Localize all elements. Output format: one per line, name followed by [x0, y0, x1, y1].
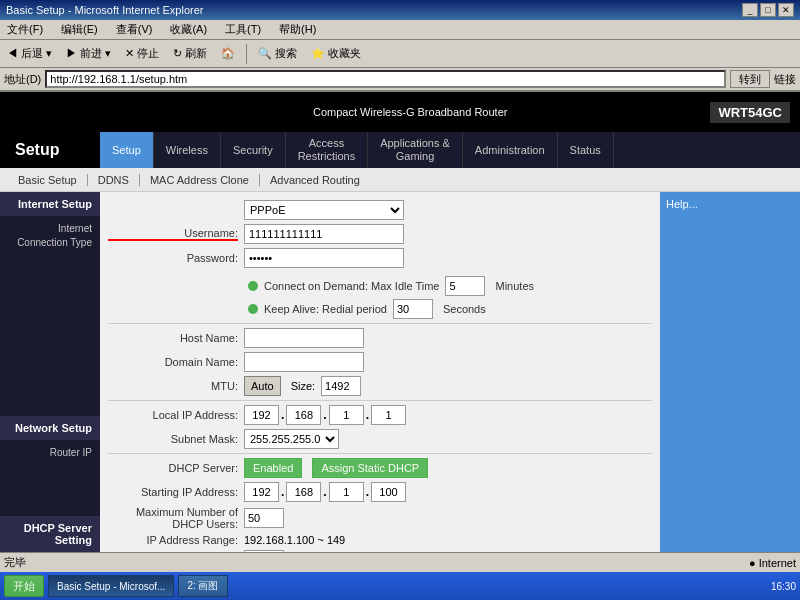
domain-name-label: Domain Name: [108, 356, 238, 368]
start-ip-3[interactable] [329, 482, 364, 502]
connect-demand-radio[interactable] [248, 281, 258, 291]
menu-favorites[interactable]: 收藏(A) [167, 21, 210, 38]
mtu-size-input[interactable] [321, 376, 361, 396]
menu-file[interactable]: 文件(F) [4, 21, 46, 38]
stop-button[interactable]: ✕ 停止 [120, 43, 164, 64]
starting-ip-inputs: . . . [244, 482, 406, 502]
home-button[interactable]: 🏠 [216, 44, 240, 63]
tab-setup[interactable]: Setup [100, 132, 154, 168]
subnet-label: Subnet Mask: [108, 433, 238, 445]
domain-name-row: Domain Name: [108, 352, 652, 372]
title-bar: Basic Setup - Microsoft Internet Explore… [0, 0, 800, 20]
local-ip-3[interactable] [329, 405, 364, 425]
taskbar-ie[interactable]: Basic Setup - Microsof... [48, 575, 174, 597]
start-ip-4[interactable] [371, 482, 406, 502]
seconds-label: Seconds [443, 303, 486, 315]
forward-button[interactable]: ▶ 前进 ▾ [61, 43, 116, 64]
main-content: PPPoE Username: Password: Conne [100, 192, 660, 552]
divider-3 [108, 453, 652, 454]
assign-static-dhcp-btn[interactable]: Assign Static DHCP [312, 458, 428, 478]
back-button[interactable]: ◀ 后退 ▾ [2, 43, 57, 64]
tab-status[interactable]: Status [558, 132, 614, 168]
browser-window: Basic Setup - Microsoft Internet Explore… [0, 0, 800, 600]
subnav-mac-address[interactable]: MAC Address Clone [140, 174, 260, 186]
subnav-advanced-routing[interactable]: Advanced Routing [260, 174, 370, 186]
clock-display: 16:30 [771, 581, 796, 592]
max-users-row: Maximum Number of DHCP Users: [108, 506, 652, 530]
address-input[interactable] [45, 70, 726, 88]
tab-applications-gaming[interactable]: Applications &Gaming [368, 132, 463, 168]
start-ip-1[interactable] [244, 482, 279, 502]
local-ip-label: Local IP Address: [108, 409, 238, 421]
go-button[interactable]: 转到 [730, 70, 770, 88]
subnet-select[interactable]: 255.255.255.0 [244, 429, 339, 449]
menu-tools[interactable]: 工具(T) [222, 21, 264, 38]
max-users-label: Maximum Number of DHCP Users: [108, 506, 238, 530]
username-label: Username: [108, 227, 238, 241]
window-controls: _ □ ✕ [742, 3, 794, 17]
refresh-button[interactable]: ↻ 刷新 [168, 43, 212, 64]
tab-security[interactable]: Security [221, 132, 286, 168]
maximize-button[interactable]: □ [760, 3, 776, 17]
help-text: Help... [666, 198, 698, 210]
menu-edit[interactable]: 编辑(E) [58, 21, 101, 38]
connect-demand-label: Connect on Demand: Max Idle Time [264, 280, 439, 292]
address-label: 地址(D) [4, 72, 41, 87]
divider-2 [108, 400, 652, 401]
dhcp-section-header: DHCP Server Setting [0, 516, 100, 552]
ip-dot-3: . [366, 408, 369, 422]
status-bar: 完毕 ● Internet [0, 552, 800, 572]
domain-name-input[interactable] [244, 352, 364, 372]
start-dot-3: . [366, 485, 369, 499]
subnav-ddns[interactable]: DDNS [88, 174, 140, 186]
left-panel: Internet Setup Internet Connection Type … [0, 192, 100, 552]
keep-alive-radio[interactable] [248, 304, 258, 314]
local-ip-1[interactable] [244, 405, 279, 425]
host-name-input[interactable] [244, 328, 364, 348]
start-button[interactable]: 开始 [4, 575, 44, 597]
menu-view[interactable]: 查看(V) [113, 21, 156, 38]
tab-administration[interactable]: Administration [463, 132, 558, 168]
sub-nav: Basic Setup DDNS MAC Address Clone Advan… [0, 168, 800, 192]
status-text: 完毕 [4, 555, 26, 570]
local-ip-row: Local IP Address: . . . [108, 405, 652, 425]
password-input[interactable] [244, 248, 404, 268]
toolbar: ◀ 后退 ▾ ▶ 前进 ▾ ✕ 停止 ↻ 刷新 🏠 🔍 搜索 ⭐ 收藏夹 [0, 40, 800, 68]
favorites-button[interactable]: ⭐ 收藏夹 [306, 43, 366, 64]
divider-1 [108, 323, 652, 324]
taskbar-clock: 16:30 [771, 581, 796, 592]
menu-help[interactable]: 帮助(H) [276, 21, 319, 38]
subnet-row: Subnet Mask: 255.255.255.0 [108, 429, 652, 449]
keep-alive-label: Keep Alive: Redial period [264, 303, 387, 315]
tab-access-restrictions[interactable]: AccessRestrictions [286, 132, 368, 168]
subnav-basic-setup[interactable]: Basic Setup [8, 174, 88, 186]
tab-wireless[interactable]: Wireless [154, 132, 221, 168]
taskbar-paint[interactable]: 2: 画图 [178, 575, 227, 597]
max-users-input[interactable] [244, 508, 284, 528]
size-label: Size: [291, 380, 315, 392]
redial-period-input[interactable] [393, 299, 433, 319]
mtu-auto-btn[interactable]: Auto [244, 376, 281, 396]
close-button[interactable]: ✕ [778, 3, 794, 17]
start-ip-2[interactable] [286, 482, 321, 502]
toolbar-separator [246, 44, 247, 64]
username-row: Username: [108, 224, 652, 244]
router-subtitle: Compact Wireless-G Broadband Router [313, 106, 507, 118]
start-dot-1: . [281, 485, 284, 499]
dhcp-enabled-btn[interactable]: Enabled [244, 458, 302, 478]
ip-range-row: IP Address Range: 192.168.1.100 ~ 149 [108, 534, 652, 546]
local-ip-4[interactable] [371, 405, 406, 425]
dhcp-server-row: DHCP Server: Enabled Assign Static DHCP [108, 458, 652, 478]
max-idle-time-input[interactable] [445, 276, 485, 296]
taskbar: 开始 Basic Setup - Microsof... 2: 画图 16:30 [0, 572, 800, 600]
window-title: Basic Setup - Microsoft Internet Explore… [6, 4, 203, 16]
minimize-button[interactable]: _ [742, 3, 758, 17]
connection-type-row: PPPoE [108, 200, 652, 220]
connection-type-select[interactable]: PPPoE [244, 200, 404, 220]
menu-bar: 文件(F) 编辑(E) 查看(V) 收藏(A) 工具(T) 帮助(H) [0, 20, 800, 40]
local-ip-2[interactable] [286, 405, 321, 425]
search-button[interactable]: 🔍 搜索 [253, 43, 302, 64]
zone-text: ● Internet [749, 557, 796, 569]
ip-dot-1: . [281, 408, 284, 422]
username-input[interactable] [244, 224, 404, 244]
